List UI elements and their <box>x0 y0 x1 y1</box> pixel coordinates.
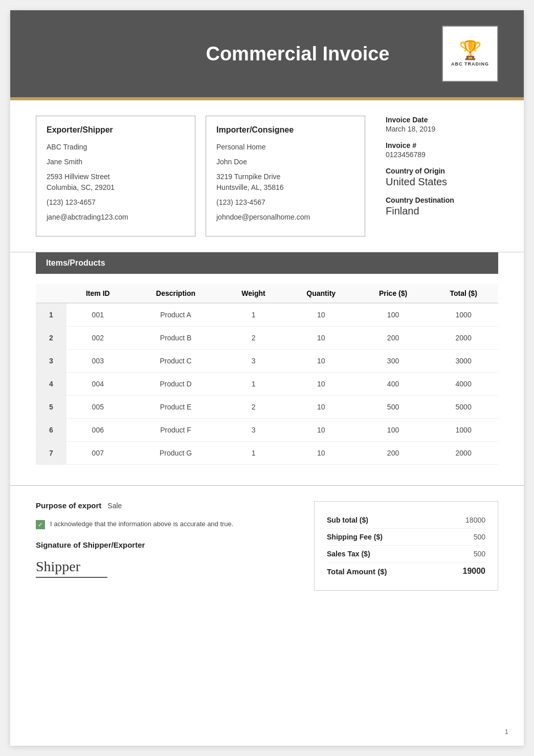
row-quantity: 10 <box>285 303 358 327</box>
invoice-date-value: March 18, 2019 <box>386 125 498 133</box>
exporter-section: Exporter/Shipper ABC Trading Jane Smith … <box>36 116 195 236</box>
tax-label: Sales Tax ($) <box>327 550 370 558</box>
row-num: 2 <box>36 327 66 350</box>
exporter-company: ABC Trading <box>47 142 185 153</box>
row-num: 7 <box>36 442 66 465</box>
importer-company: Personal Home <box>216 142 354 153</box>
row-quantity: 10 <box>285 373 358 396</box>
purpose-line: Purpose of export Sale <box>36 501 299 510</box>
table-row: 6 006 Product F 3 10 100 1000 <box>36 419 498 442</box>
table-row: 2 002 Product B 2 10 200 2000 <box>36 327 498 350</box>
row-id: 007 <box>66 442 129 465</box>
col-description: Description <box>129 284 222 303</box>
purpose-value: Sale <box>107 502 122 510</box>
row-total: 3000 <box>429 350 498 373</box>
row-weight: 3 <box>222 419 285 442</box>
origin-value: United States <box>386 176 498 188</box>
footer-left: Purpose of export Sale ✓ I acknowledge t… <box>36 501 299 591</box>
row-weight: 1 <box>222 303 285 327</box>
items-header: Items/Products <box>36 252 498 274</box>
exporter-email: jane@abctrading123.com <box>47 212 185 223</box>
acknowledge-checkbox[interactable]: ✓ <box>36 520 45 529</box>
row-weight: 1 <box>222 442 285 465</box>
subtotal-label: Sub total ($) <box>327 516 368 524</box>
row-description: Product D <box>129 373 222 396</box>
shipping-label: Shipping Fee ($) <box>327 533 383 541</box>
exporter-header: Exporter/Shipper <box>47 125 185 135</box>
importer-email: johndoe@personalhome.com <box>216 212 354 223</box>
col-num <box>36 284 66 303</box>
row-total: 1000 <box>429 303 498 327</box>
destination-value: Finland <box>386 205 498 217</box>
total-value: 19000 <box>463 567 486 576</box>
row-id: 004 <box>66 373 129 396</box>
row-price: 500 <box>358 396 429 419</box>
row-price: 100 <box>358 303 429 327</box>
importer-section: Importer/Consignee Personal Home John Do… <box>206 116 365 236</box>
exporter-address: 2593 Hillview Street Columbia, SC, 29201 <box>47 171 185 193</box>
items-section: Items/Products Item ID Description Weigh… <box>10 252 524 480</box>
table-row: 3 003 Product C 3 10 300 3000 <box>36 350 498 373</box>
row-price: 100 <box>358 419 429 442</box>
table-row: 4 004 Product D 1 10 400 4000 <box>36 373 498 396</box>
subtotal-value: 18000 <box>465 516 485 524</box>
row-price: 300 <box>358 350 429 373</box>
col-quantity: Quantity <box>285 284 358 303</box>
subtotal-row: Sub total ($) 18000 <box>327 512 485 529</box>
row-id: 001 <box>66 303 129 327</box>
page-title: Commercial Invoice <box>92 43 442 65</box>
importer-header: Importer/Consignee <box>216 125 354 135</box>
invoice-number-label: Invoice # <box>386 141 498 149</box>
row-weight: 1 <box>222 373 285 396</box>
signature-label: Signature of Shipper/Exporter <box>36 541 299 549</box>
row-id: 006 <box>66 419 129 442</box>
row-quantity: 10 <box>285 327 358 350</box>
exporter-phone: (123) 123-4657 <box>47 197 185 208</box>
header: Commercial Invoice 🏆 ABC TRADING <box>10 10 524 97</box>
purpose-label: Purpose of export <box>36 501 101 510</box>
logo-icon: 🏆 <box>459 41 482 59</box>
tax-row: Sales Tax ($) 500 <box>327 546 485 563</box>
invoice-page: Commercial Invoice 🏆 ABC TRADING Exporte… <box>10 10 524 746</box>
row-quantity: 10 <box>285 419 358 442</box>
row-weight: 2 <box>222 396 285 419</box>
row-id: 005 <box>66 396 129 419</box>
items-table: Item ID Description Weight Quantity Pric… <box>36 284 498 465</box>
row-weight: 2 <box>222 327 285 350</box>
row-total: 2000 <box>429 327 498 350</box>
importer-address: 3219 Turnpike Drive Huntsville, AL, 3581… <box>216 171 354 193</box>
row-id: 003 <box>66 350 129 373</box>
importer-body: Personal Home John Doe 3219 Turnpike Dri… <box>216 142 354 223</box>
row-price: 400 <box>358 373 429 396</box>
row-quantity: 10 <box>285 350 358 373</box>
row-quantity: 10 <box>285 396 358 419</box>
page-number: 1 <box>505 728 508 736</box>
row-description: Product G <box>129 442 222 465</box>
row-num: 6 <box>36 419 66 442</box>
row-total: 1000 <box>429 419 498 442</box>
row-total: 5000 <box>429 396 498 419</box>
signature: Shipper <box>36 558 107 578</box>
row-num: 1 <box>36 303 66 327</box>
row-description: Product C <box>129 350 222 373</box>
row-quantity: 10 <box>285 442 358 465</box>
table-row: 7 007 Product G 1 10 200 2000 <box>36 442 498 465</box>
row-num: 5 <box>36 396 66 419</box>
total-row: Total Amount ($) 19000 <box>327 563 485 580</box>
col-price: Price ($) <box>358 284 429 303</box>
footer-section: Purpose of export Sale ✓ I acknowledge t… <box>10 485 524 606</box>
row-id: 002 <box>66 327 129 350</box>
tax-value: 500 <box>474 550 485 558</box>
destination-label: Country Destination <box>386 196 498 204</box>
row-price: 200 <box>358 327 429 350</box>
table-row: 1 001 Product A 1 10 100 1000 <box>36 303 498 327</box>
info-section: Exporter/Shipper ABC Trading Jane Smith … <box>10 100 524 252</box>
exporter-body: ABC Trading Jane Smith 2593 Hillview Str… <box>47 142 185 223</box>
shipping-row: Shipping Fee ($) 500 <box>327 529 485 546</box>
row-description: Product B <box>129 327 222 350</box>
row-description: Product E <box>129 396 222 419</box>
row-total: 2000 <box>429 442 498 465</box>
total-label: Total Amount ($) <box>327 567 387 576</box>
checkmark-icon: ✓ <box>38 521 43 528</box>
table-row: 5 005 Product E 2 10 500 5000 <box>36 396 498 419</box>
